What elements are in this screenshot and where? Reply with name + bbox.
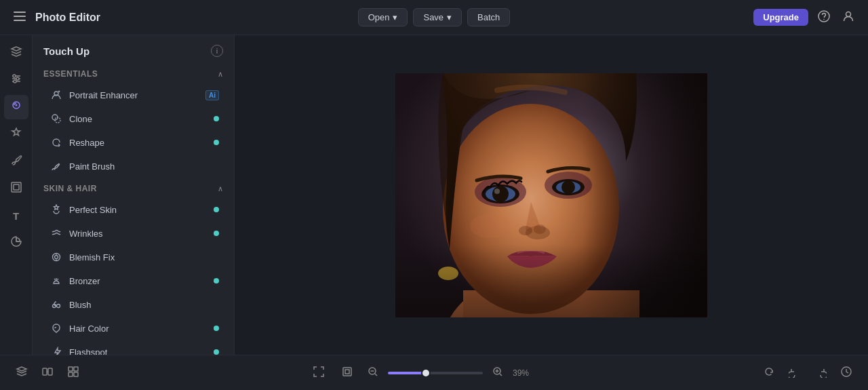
- svg-point-24: [57, 305, 60, 308]
- history-icon: [840, 366, 852, 381]
- hair-color-dot: [214, 326, 219, 331]
- upgrade-button[interactable]: Upgrade: [753, 9, 808, 26]
- bottom-right: [758, 362, 857, 384]
- perfect-skin-dot: [214, 207, 219, 212]
- tool-portrait-enhancer[interactable]: Portrait Enhancer Ai: [37, 83, 230, 106]
- tool-bronzer[interactable]: Bronzer: [37, 269, 230, 292]
- tool-bronzer-label: Bronzer: [69, 276, 207, 286]
- tool-wrinkles-label: Wrinkles: [69, 229, 207, 239]
- svg-rect-45: [395, 73, 707, 317]
- chevron-up-icon2: ∧: [218, 184, 223, 193]
- tool-clone-label: Clone: [69, 114, 207, 124]
- bottom-bar: 39%: [0, 355, 868, 390]
- tool-blush-label: Blush: [69, 300, 219, 310]
- account-button[interactable]: [840, 7, 857, 28]
- help-icon: [818, 13, 830, 24]
- fit-screen-button[interactable]: [336, 362, 358, 384]
- zoom-in-button[interactable]: [490, 364, 506, 383]
- rotate-cw-icon: [763, 366, 775, 381]
- undo-button[interactable]: [784, 362, 806, 384]
- tool-wrinkles[interactable]: Wrinkles: [37, 222, 230, 245]
- tool-perfect-skin-label: Perfect Skin: [69, 205, 207, 215]
- tools-header: Touch Up i: [33, 35, 234, 64]
- section-essentials-header[interactable]: Essentials ∧: [33, 64, 234, 83]
- app-title: Photo Editor: [35, 12, 100, 24]
- tool-clone[interactable]: Clone: [37, 107, 230, 130]
- svg-point-9: [16, 77, 19, 80]
- bottom-center: 39%: [90, 362, 753, 384]
- fit-screen-icon: [341, 366, 353, 381]
- sidebar-layers-button[interactable]: [4, 41, 28, 65]
- tools-list: Essentials ∧ Portrait Enhancer Ai: [33, 64, 234, 355]
- info-button[interactable]: i: [211, 45, 223, 57]
- tool-blemish-fix[interactable]: Blemish Fix: [37, 246, 230, 269]
- help-button[interactable]: [815, 7, 833, 28]
- tool-blush[interactable]: Blush: [37, 293, 230, 316]
- tool-flashspot-label: Flashspot: [69, 347, 207, 355]
- account-icon: [842, 13, 854, 24]
- tool-paint-brush[interactable]: Paint Brush: [37, 155, 230, 178]
- bottom-left: [11, 362, 84, 384]
- undo-icon: [789, 366, 801, 381]
- fullscreen-icon: [313, 366, 325, 381]
- hamburger-button[interactable]: [11, 9, 28, 26]
- redo-button[interactable]: [810, 362, 831, 384]
- topbar-center: Open ▾ Save ▾ Batch: [358, 8, 511, 26]
- grid-bottom-button[interactable]: [62, 362, 84, 384]
- canvas-area: [235, 35, 868, 355]
- zoom-slider[interactable]: [388, 372, 483, 374]
- section-skin-hair-header[interactable]: Skin & Hair ∧: [33, 178, 234, 197]
- batch-button[interactable]: Batch: [467, 8, 510, 26]
- tool-reshape-label: Reshape: [69, 138, 207, 148]
- svg-point-17: [52, 115, 58, 120]
- chevron-up-icon: ∧: [218, 70, 223, 79]
- grid-bottom-icon: [67, 366, 79, 381]
- magic-icon: [10, 127, 22, 142]
- compare-button[interactable]: [37, 362, 58, 384]
- frames-icon: [10, 181, 22, 196]
- ai-badge: Ai: [205, 90, 219, 100]
- svg-rect-0: [14, 12, 26, 13]
- zoom-out-button[interactable]: [365, 364, 381, 383]
- canvas-image: [395, 73, 707, 317]
- fullscreen-button[interactable]: [308, 362, 330, 384]
- svg-point-20: [55, 256, 58, 259]
- tools-panel: Touch Up i Essentials ∧ Portrait En: [33, 35, 235, 355]
- topbar-left: Photo Editor: [11, 9, 358, 26]
- tool-perfect-skin[interactable]: Perfect Skin: [37, 198, 230, 221]
- save-button[interactable]: Save ▾: [413, 8, 462, 26]
- main-content: T Touch Up i Essentials ∧: [0, 35, 868, 355]
- svg-point-7: [13, 75, 16, 77]
- svg-point-11: [14, 80, 16, 83]
- svg-point-13: [15, 104, 17, 106]
- zoom-out-icon: [368, 368, 378, 379]
- chevron-down-icon: ▾: [447, 12, 452, 22]
- open-button[interactable]: Open ▾: [358, 8, 408, 26]
- sidebar-paint-button[interactable]: [4, 149, 28, 174]
- tool-flashspot[interactable]: Flashspot: [37, 340, 230, 355]
- sidebar-sticker-button[interactable]: [4, 231, 28, 255]
- tool-paint-brush-label: Paint Brush: [69, 161, 219, 172]
- history-button[interactable]: [835, 362, 857, 384]
- layers-icon: [10, 45, 22, 60]
- tools-panel-title: Touch Up: [43, 45, 90, 57]
- sidebar-frames-button[interactable]: [4, 176, 28, 201]
- rotate-cw-button[interactable]: [758, 362, 780, 384]
- bronzer-dot: [214, 278, 219, 284]
- sidebar-adjustments-button[interactable]: [4, 68, 28, 92]
- svg-rect-14: [12, 182, 21, 192]
- portrait-enhancer-icon: [50, 89, 62, 101]
- blemish-fix-icon: [50, 251, 62, 263]
- layers-bottom-button[interactable]: [11, 362, 33, 384]
- sidebar-text-button[interactable]: T: [4, 203, 28, 228]
- clone-dot: [214, 116, 219, 121]
- icon-sidebar: T: [0, 35, 33, 355]
- text-icon: T: [13, 210, 19, 222]
- tool-hair-color[interactable]: Hair Color: [37, 317, 230, 340]
- layers-bottom-icon: [16, 366, 28, 381]
- sidebar-magic-button[interactable]: [4, 122, 28, 147]
- sidebar-touchup-button[interactable]: [4, 95, 28, 119]
- tool-reshape[interactable]: Reshape: [37, 131, 230, 154]
- wrinkles-icon: [50, 227, 62, 239]
- bronzer-icon: [50, 275, 62, 287]
